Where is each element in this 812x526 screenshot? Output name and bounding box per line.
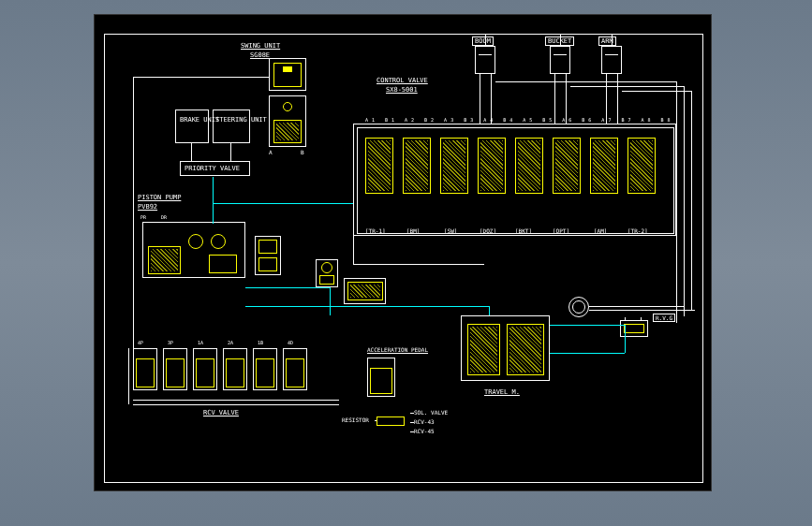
rcv-4: [223, 348, 247, 390]
valve-spool-7: [590, 138, 618, 194]
piston-pump-sub: PVB92: [138, 203, 157, 211]
swing-unit-top: [269, 58, 306, 91]
rcv-3: [193, 348, 217, 390]
bucket-cylinder: [550, 46, 570, 74]
swing-port-a: A: [269, 149, 273, 155]
line-left-main: [133, 77, 134, 348]
accel-pedal: [367, 358, 395, 397]
accel-pedal-label: ACCELERATION PEDAL: [367, 346, 428, 353]
priority-valve-box: PRIORITY VALVE: [180, 161, 250, 176]
rcv-lbl-6: 4D: [288, 340, 293, 345]
rcv-valve-label: RCV VALVE: [203, 409, 239, 416]
travel-m-label: TRAVEL M.: [484, 388, 520, 396]
section-6: [OPT]: [553, 227, 569, 234]
travel-motor-block: [461, 315, 550, 381]
valve-spool-5: [515, 138, 543, 194]
drawing-frame: SWING UNIT SG08E CONTROL VALVE SX8-5001 …: [104, 34, 703, 483]
resistor-symbol: [376, 416, 405, 426]
section-4: [DOZ]: [480, 227, 496, 234]
swing-unit-sub: SG08E: [250, 51, 270, 59]
aux-valve-2: [316, 259, 338, 287]
section-5: [BKT]: [515, 227, 532, 234]
aux-valve-3: [344, 278, 386, 304]
rcv43-label: RCV-43: [414, 418, 435, 425]
rcv-2: [163, 348, 187, 390]
swing-unit-title: SWING UNIT: [241, 42, 280, 50]
boom-label: BOOM: [472, 37, 494, 46]
rcv-6: [283, 348, 307, 390]
rcv-lbl-5: 1B: [258, 340, 263, 345]
bucket-label: BUCKET: [545, 37, 574, 46]
section-3: [SW]: [444, 227, 457, 234]
control-valve-sub: SX8-5001: [386, 86, 418, 94]
valve-spool-8: [627, 138, 656, 194]
rcv45-label: RCV-45: [414, 428, 435, 434]
section-8: [TR-2]: [627, 227, 648, 234]
valve-spool-4: [478, 138, 506, 194]
boom-cylinder: [475, 46, 495, 74]
valve-spool-1: [365, 138, 393, 194]
pump-port-dr: DR: [161, 214, 167, 220]
pump-port-pr: PR: [140, 214, 146, 220]
swing-port-b: B: [301, 149, 304, 155]
arm-cylinder: [601, 46, 622, 74]
resistor-label: RESISTOR: [342, 416, 369, 423]
rcv-lbl-2: 3P: [168, 340, 173, 345]
swing-unit-bottom: [269, 95, 306, 147]
junction-circle: [568, 297, 589, 317]
section-1: [TR-1]: [365, 227, 386, 234]
priority-valve-label: PRIORITY VALVE: [185, 165, 240, 172]
rcv-lbl-3: 1A: [198, 340, 203, 345]
pump-assembly: [142, 222, 245, 278]
section-2: [BM]: [406, 227, 420, 234]
cad-canvas[interactable]: SWING UNIT SG08E CONTROL VALVE SX8-5001 …: [94, 14, 712, 491]
rcv-lbl-1: 4P: [138, 340, 143, 345]
section-7: [AM]: [594, 227, 607, 234]
arm-label: ARM: [598, 37, 616, 46]
ports-top-row: A1 B1 A2 B2 A3 B3 A4 B4 A5 B5 A6 B6 A7 B…: [365, 117, 673, 123]
rcv-lbl-4: 2A: [228, 340, 233, 345]
steering-unit-box: STEERING UNIT: [213, 110, 250, 143]
rcv-1: [133, 348, 157, 390]
rvg-label: R.V.G: [653, 314, 675, 322]
valve-spool-2: [403, 138, 431, 194]
aux-valve-1: [255, 236, 281, 275]
control-valve-title: CONTROL VALVE: [376, 77, 428, 84]
valve-spool-6: [553, 138, 581, 194]
valve-spool-3: [440, 138, 468, 194]
piston-pump-title: PISTON PUMP: [138, 194, 181, 201]
cyan-line: [213, 177, 214, 224]
rcv-5: [253, 348, 277, 390]
steering-unit-label: STEERING UNIT: [215, 116, 267, 124]
brake-unit-box: BRAKE UNIT: [175, 110, 209, 143]
sol-valve-label: SOL. VALVE: [414, 409, 448, 416]
